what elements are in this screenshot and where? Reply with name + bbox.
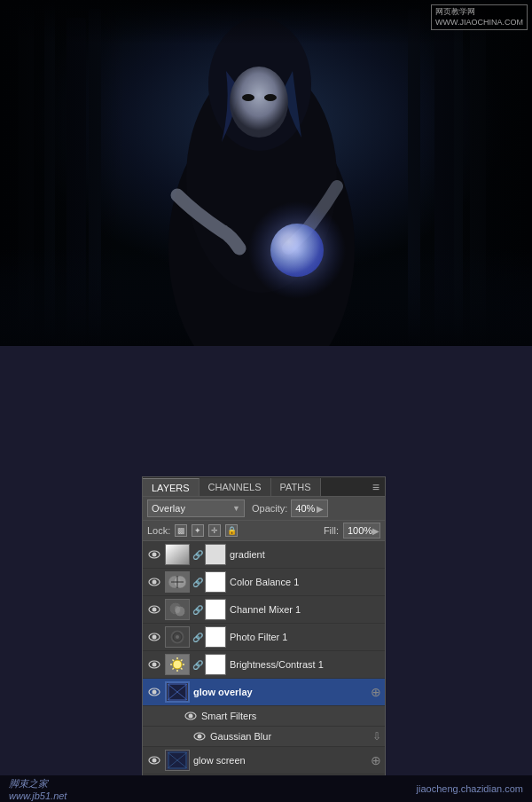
layer-gradient-link: 🔗 xyxy=(193,544,202,565)
layer-colorbal-mask xyxy=(205,571,226,593)
svg-point-60 xyxy=(198,735,202,739)
layer-photo-filter[interactable]: 🔗 Photo Filter 1 xyxy=(143,624,385,651)
svg-point-20 xyxy=(248,201,346,299)
layer-brightness-mask xyxy=(205,654,226,675)
layer-colorbal-link: 🔗 xyxy=(193,571,202,593)
svg-line-47 xyxy=(173,660,175,662)
panel-menu-icon[interactable]: ≡ xyxy=(367,478,385,496)
panel-tabs: LAYERS CHANNELS PATHS ≡ xyxy=(143,477,385,497)
fill-stepper[interactable]: ▶ xyxy=(372,526,379,536)
svg-line-48 xyxy=(181,668,183,670)
svg-point-41 xyxy=(153,663,157,667)
layer-photofilter-thumb xyxy=(165,626,190,648)
svg-point-36 xyxy=(153,635,157,640)
layer-brightness-link: 🔗 xyxy=(193,654,202,675)
layer-gradient-name: gradient xyxy=(230,549,381,560)
svg-point-62 xyxy=(153,759,157,763)
layer-glowscreen-visibility[interactable] xyxy=(146,752,162,768)
fill-label: Fill: xyxy=(324,525,339,536)
svg-point-23 xyxy=(153,553,157,557)
opacity-stepper[interactable]: ▶ xyxy=(317,504,324,514)
layer-gradient[interactable]: 🔗 gradient xyxy=(143,541,385,569)
fill-input[interactable]: 100% ▶ xyxy=(343,523,380,539)
layer-gradient-thumb xyxy=(165,544,190,565)
opacity-label: Opacity: xyxy=(252,503,287,514)
lock-label: Lock: xyxy=(147,525,170,536)
layer-channel-mixer[interactable]: 🔗 Channel Mixer 1 xyxy=(143,596,385,624)
layer-brightness-contrast[interactable]: 🔗 Brightness/Contrast 1 xyxy=(143,651,385,679)
gaussian-blur-visibility[interactable] xyxy=(192,728,207,744)
layer-chanmix-mask xyxy=(205,599,226,620)
lock-fill-row: Lock: ▩ ✦ ✛ 🔒 Fill: 100% ▶ xyxy=(143,521,385,541)
svg-point-17 xyxy=(242,94,254,101)
layer-chanmix-thumb xyxy=(165,599,190,620)
svg-point-25 xyxy=(153,580,157,585)
lock-checkered-icon[interactable]: ▩ xyxy=(175,524,187,537)
opacity-input[interactable]: 40% ▶ xyxy=(291,499,328,517)
layer-gradient-visibility[interactable] xyxy=(146,546,162,562)
layer-glowoverlay-settings[interactable]: ⊕ xyxy=(371,685,381,699)
layer-glow-screen[interactable]: glow screen ⊕ xyxy=(143,747,385,774)
layer-brightness-name: Brightness/Contrast 1 xyxy=(230,659,381,670)
svg-point-39 xyxy=(176,635,179,639)
layer-glowscreen-thumb xyxy=(165,750,190,771)
watermark-bottom-right: jiaocheng.chazidian.com xyxy=(417,783,523,794)
layer-photofilter-mask xyxy=(205,626,226,648)
smart-filters-visibility[interactable] xyxy=(183,708,199,724)
smart-filters-item: Smart Filters xyxy=(143,706,385,727)
photo-area: 网页教学网 WWW.JIAOCHINA.COM xyxy=(0,0,532,346)
layers-list: 🔗 gradient 🔗 Color Balance 1 xyxy=(143,541,385,802)
layer-color-balance[interactable]: 🔗 Color Balance 1 xyxy=(143,569,385,596)
tab-layers[interactable]: LAYERS xyxy=(143,478,200,496)
lock-transform-icon[interactable]: ✛ xyxy=(208,524,221,537)
layer-glowoverlay-thumb xyxy=(165,681,190,703)
svg-line-50 xyxy=(173,668,175,670)
layer-gradient-mask xyxy=(205,544,226,565)
svg-point-31 xyxy=(153,608,157,612)
svg-point-42 xyxy=(173,660,182,669)
bottom-area: 脚束之家 www.jb51.net jiaocheng.chazidian.co… xyxy=(0,775,532,802)
layer-colorbal-name: Color Balance 1 xyxy=(230,577,381,587)
gaussian-blur-name: Gaussian Blur xyxy=(210,731,372,742)
layer-chanmix-visibility[interactable] xyxy=(146,602,162,617)
lock-all-icon[interactable]: 🔒 xyxy=(225,524,238,537)
watermark-bottom-left: 脚束之家 www.jb51.net xyxy=(9,777,66,801)
layer-glowscreen-settings[interactable]: ⊕ xyxy=(371,753,381,767)
smart-filters-label: Smart Filters xyxy=(201,711,381,721)
layer-glow-overlay[interactable]: glow overlay ⊕ xyxy=(143,679,385,706)
tab-paths[interactable]: PATHS xyxy=(271,478,321,496)
layers-panel: LAYERS CHANNELS PATHS ≡ Overlay ▼ Opacit… xyxy=(142,476,386,802)
layer-brightness-visibility[interactable] xyxy=(146,657,162,672)
layer-chanmix-link: 🔗 xyxy=(193,599,202,620)
blend-mode-select[interactable]: Overlay ▼ xyxy=(147,499,245,517)
gaussian-blur-options-icon[interactable]: ⇩ xyxy=(372,730,381,743)
layer-photofilter-name: Photo Filter 1 xyxy=(230,632,381,642)
layer-glowoverlay-visibility[interactable] xyxy=(146,684,162,700)
blend-opacity-row: Overlay ▼ Opacity: 40% ▶ xyxy=(143,497,385,521)
layer-photofilter-visibility[interactable] xyxy=(146,629,162,645)
gaussian-blur-item[interactable]: Gaussian Blur ⇩ xyxy=(143,727,385,747)
layer-photofilter-link: 🔗 xyxy=(193,626,202,648)
svg-point-52 xyxy=(153,690,157,695)
layer-chanmix-name: Channel Mixer 1 xyxy=(230,604,381,615)
svg-point-18 xyxy=(264,94,277,101)
svg-point-34 xyxy=(175,606,180,613)
svg-point-58 xyxy=(189,714,193,719)
layer-colorbal-thumb xyxy=(165,571,190,593)
watermark-top-right: 网页教学网 WWW.JIAOCHINA.COM xyxy=(431,4,528,30)
tab-channels[interactable]: CHANNELS xyxy=(200,478,271,496)
lock-move-icon[interactable]: ✦ xyxy=(192,524,204,537)
svg-line-49 xyxy=(181,660,183,662)
layer-colorbal-visibility[interactable] xyxy=(146,574,162,590)
blend-select-arrow: ▼ xyxy=(232,504,240,513)
svg-point-16 xyxy=(230,67,288,138)
layer-brightness-thumb xyxy=(165,654,190,675)
layer-glowscreen-name: glow screen xyxy=(193,755,371,766)
layer-glowoverlay-name: glow overlay xyxy=(193,687,371,697)
